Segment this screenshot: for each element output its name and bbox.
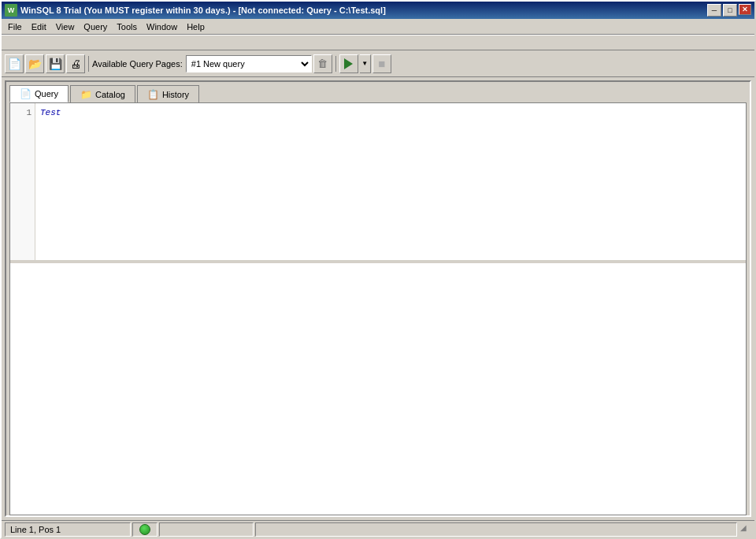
connection-status-segment: [132, 522, 158, 537]
tab-query[interactable]: 📄 Query: [9, 85, 69, 102]
app-icon: W: [5, 4, 17, 17]
run-arrow-icon: [344, 58, 353, 69]
resize-handle[interactable]: ◢: [737, 522, 750, 534]
save-icon: 💾: [49, 58, 62, 70]
query-tab-label: Query: [35, 89, 58, 99]
history-tab-icon: 📋: [147, 89, 159, 100]
toolbar: 📄 📂 💾 🖨 Available Query Pages: #1 New qu…: [2, 50, 754, 77]
inner-window-area: 📄 Query 📁 Catalog 📋 History 1: [2, 77, 754, 520]
print-button[interactable]: 🖨: [66, 54, 85, 73]
trash-icon: 🗑: [317, 58, 328, 69]
query-pages-select[interactable]: #1 New query: [186, 55, 312, 72]
minimize-button[interactable]: ─: [707, 4, 721, 17]
catalog-tab-icon: 📁: [80, 89, 92, 100]
new-button[interactable]: 📄: [5, 54, 24, 73]
toolbar-sep-1: [88, 56, 89, 72]
maximize-button[interactable]: □: [723, 4, 737, 17]
status-extra-2: [255, 522, 737, 537]
status-extra-1: [159, 522, 254, 537]
cursor-position-text: Line 1, Pos 1: [10, 525, 61, 534]
stop-icon: ■: [378, 57, 385, 70]
connection-status-dot: [139, 524, 150, 535]
line-number-1: 1: [13, 106, 32, 120]
menu-query[interactable]: Query: [79, 20, 112, 33]
content-area: 1 Test: [9, 102, 747, 515]
title-bar-content: W WinSQL 8 Trial (You MUST register with…: [5, 4, 386, 17]
run-button[interactable]: [339, 54, 358, 73]
save-button[interactable]: 💾: [46, 54, 65, 73]
window-title: WinSQL 8 Trial (You MUST register within…: [20, 6, 386, 15]
tab-catalog[interactable]: 📁 Catalog: [70, 85, 135, 102]
query-pages-dropdown-group: #1 New query: [186, 55, 312, 72]
catalog-tab-label: Catalog: [95, 90, 125, 99]
results-area[interactable]: [10, 262, 746, 515]
window-controls: ─ □ ✕: [707, 4, 751, 17]
editor-text: Test: [40, 108, 61, 117]
line-numbers: 1: [10, 103, 35, 260]
close-button[interactable]: ✕: [739, 4, 751, 15]
resize-handle-wrapper: ◢: [739, 523, 751, 536]
menu-tools[interactable]: Tools: [112, 20, 142, 33]
query-tab-icon: 📄: [20, 88, 32, 99]
main-window: W WinSQL 8 Trial (You MUST register with…: [0, 0, 756, 539]
new-icon: 📄: [8, 58, 21, 70]
inner-menu-bar: [2, 35, 754, 50]
status-bar: Line 1, Pos 1 ◢: [2, 520, 754, 537]
delete-query-button[interactable]: 🗑: [313, 54, 332, 73]
stop-button[interactable]: ■: [372, 54, 391, 73]
tab-history[interactable]: 📋 History: [137, 85, 199, 102]
inner-window-chrome: 📄 Query 📁 Catalog 📋 History 1: [5, 80, 751, 517]
cursor-position-status: Line 1, Pos 1: [5, 522, 131, 537]
print-icon: 🖨: [70, 58, 81, 70]
menu-view[interactable]: View: [51, 20, 80, 33]
menu-help[interactable]: Help: [182, 20, 209, 33]
history-tab-label: History: [162, 90, 189, 99]
run-dropdown-button[interactable]: ▼: [360, 54, 371, 73]
title-bar: W WinSQL 8 Trial (You MUST register with…: [2, 2, 754, 19]
menu-file[interactable]: File: [3, 20, 27, 33]
menu-window[interactable]: Window: [142, 20, 182, 33]
app-icon-text: W: [8, 6, 15, 14]
editor-area: 1 Test: [10, 103, 746, 262]
query-pages-label: Available Query Pages:: [92, 59, 183, 69]
menu-edit[interactable]: Edit: [27, 20, 51, 33]
editor-content[interactable]: Test: [35, 103, 746, 260]
open-button[interactable]: 📂: [25, 54, 44, 73]
open-icon: 📂: [28, 58, 42, 70]
tab-bar: 📄 Query 📁 Catalog 📋 History: [6, 82, 750, 102]
menu-bar: File Edit View Query Tools Window Help: [2, 19, 754, 35]
toolbar-sep-2: [335, 56, 336, 72]
